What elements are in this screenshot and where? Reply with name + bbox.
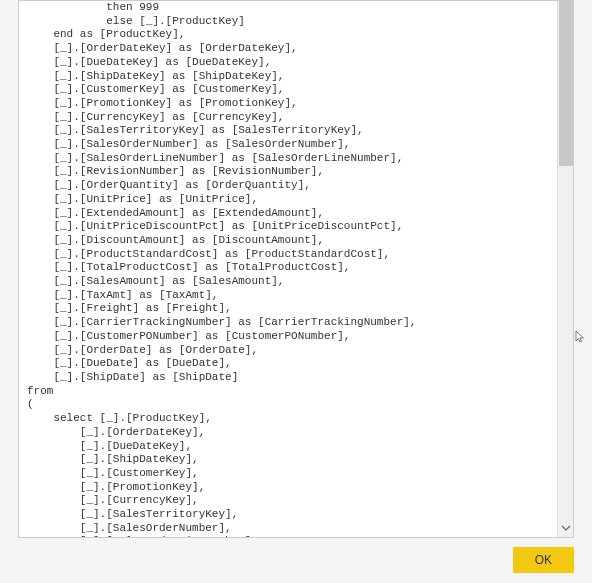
ok-button[interactable]: OK xyxy=(513,547,574,573)
code-scroll-area: then 999 else [_].[ProductKey] end as [P… xyxy=(19,1,557,537)
sql-code-text: then 999 else [_].[ProductKey] end as [P… xyxy=(19,1,557,537)
scrollbar-thumb[interactable] xyxy=(559,1,573,166)
scrollbar-down-button[interactable] xyxy=(558,521,574,537)
chevron-down-icon xyxy=(561,523,571,536)
dialog-button-bar: OK xyxy=(513,547,574,573)
vertical-scrollbar[interactable] xyxy=(557,1,573,537)
cursor-icon xyxy=(574,330,588,344)
code-viewer-container: then 999 else [_].[ProductKey] end as [P… xyxy=(18,0,574,538)
